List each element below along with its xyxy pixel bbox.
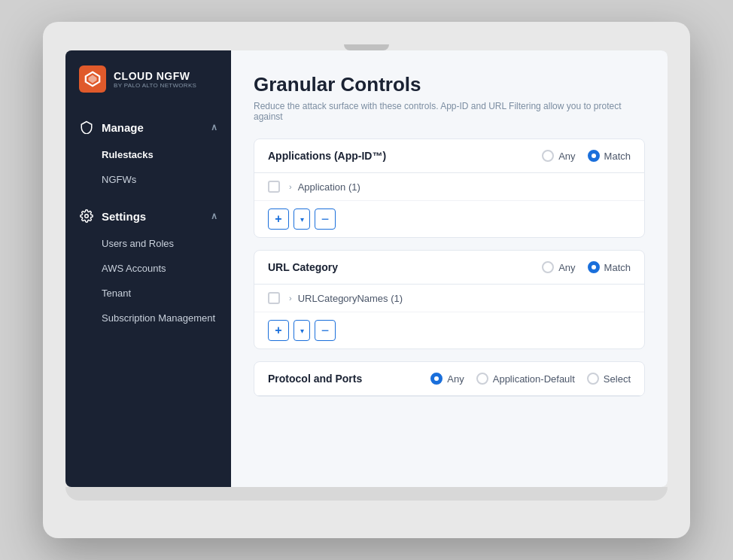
url-category-row-text: URLCategoryNames (1) bbox=[298, 293, 403, 304]
url-category-radio-group: Any Match bbox=[542, 261, 631, 273]
protocol-select-radio[interactable]: Select bbox=[587, 373, 631, 385]
url-category-actions: + ▾ − bbox=[254, 312, 644, 348]
sidebar-item-users-and-roles[interactable]: Users and Roles bbox=[65, 231, 231, 256]
protocol-any-circle bbox=[430, 373, 443, 385]
applications-title: Applications (App-ID™) bbox=[268, 150, 386, 162]
applications-any-label: Any bbox=[558, 151, 575, 162]
sidebar-item-subscription[interactable]: Subscription Management bbox=[65, 306, 231, 330]
applications-card-header: Applications (App-ID™) Any Match bbox=[254, 139, 644, 173]
protocol-appdefault-radio[interactable]: Application-Default bbox=[476, 373, 575, 385]
protocol-ports-radio-group: Any Application-Default Select bbox=[430, 373, 631, 385]
sidebar-item-tenant[interactable]: Tenant bbox=[65, 281, 231, 306]
url-category-card-header: URL Category Any Match bbox=[254, 251, 644, 285]
url-any-radio[interactable]: Any bbox=[542, 261, 575, 273]
applications-match-radio[interactable]: Match bbox=[588, 150, 631, 162]
applications-card: Applications (App-ID™) Any Match bbox=[254, 138, 645, 238]
sidebar-item-rulestacks[interactable]: Rulestacks bbox=[65, 142, 231, 167]
settings-chevron: ∧ bbox=[211, 211, 217, 221]
applications-any-circle bbox=[542, 150, 554, 162]
url-any-label: Any bbox=[558, 262, 575, 273]
url-dropdown-button[interactable]: ▾ bbox=[294, 320, 310, 341]
url-category-row: › URLCategoryNames (1) bbox=[254, 285, 644, 312]
applications-add-button[interactable]: + bbox=[268, 208, 289, 230]
manage-chevron: ∧ bbox=[211, 122, 217, 132]
protocol-any-label: Any bbox=[447, 373, 464, 385]
settings-label: Settings bbox=[102, 210, 146, 223]
sidebar-item-aws-accounts[interactable]: AWS Accounts bbox=[65, 256, 231, 281]
page-title: Granular Controls bbox=[254, 73, 645, 96]
url-remove-button[interactable]: − bbox=[315, 320, 336, 341]
shield-icon bbox=[79, 120, 94, 135]
manage-nav-item[interactable]: Manage ∧ bbox=[65, 112, 231, 142]
applications-expand-icon: › bbox=[289, 182, 292, 191]
protocol-select-circle bbox=[587, 373, 599, 385]
logo-area: CLOUD NGFW BY PALO ALTO NETWORKS bbox=[65, 50, 231, 108]
logo-sub: BY PALO ALTO NETWORKS bbox=[114, 82, 196, 89]
protocol-appdefault-circle bbox=[476, 373, 488, 385]
logo-icon bbox=[79, 65, 106, 93]
settings-section: Settings ∧ Users and Roles AWS Accounts … bbox=[65, 196, 231, 335]
manage-label: Manage bbox=[102, 121, 144, 134]
protocol-ports-title: Protocol and Ports bbox=[268, 373, 362, 385]
applications-remove-button[interactable]: − bbox=[315, 208, 336, 230]
protocol-ports-card: Protocol and Ports Any Application-Defau… bbox=[254, 361, 645, 397]
applications-row: › Application (1) bbox=[254, 173, 644, 201]
protocol-appdefault-label: Application-Default bbox=[493, 373, 575, 385]
applications-match-label: Match bbox=[604, 151, 631, 162]
svg-point-2 bbox=[85, 215, 89, 218]
protocol-select-label: Select bbox=[604, 373, 631, 385]
protocol-ports-header: Protocol and Ports Any Application-Defau… bbox=[254, 362, 644, 396]
settings-nav-item[interactable]: Settings ∧ bbox=[65, 201, 231, 231]
svg-marker-1 bbox=[89, 75, 97, 84]
manage-section: Manage ∧ Rulestacks NGFWs bbox=[65, 108, 231, 196]
url-any-circle bbox=[542, 261, 554, 273]
gear-icon bbox=[79, 208, 94, 224]
url-category-expand-icon: › bbox=[289, 294, 292, 303]
url-match-radio[interactable]: Match bbox=[588, 261, 631, 273]
protocol-any-radio[interactable]: Any bbox=[430, 373, 464, 385]
url-category-checkbox[interactable] bbox=[268, 292, 280, 304]
logo-text: CLOUD NGFW BY PALO ALTO NETWORKS bbox=[114, 70, 196, 89]
url-match-label: Match bbox=[604, 262, 631, 273]
applications-checkbox[interactable] bbox=[268, 181, 280, 193]
url-add-button[interactable]: + bbox=[268, 320, 289, 341]
sidebar-item-ngfws[interactable]: NGFWs bbox=[65, 167, 231, 192]
applications-row-text: Application (1) bbox=[298, 181, 360, 193]
logo-name: CLOUD NGFW bbox=[114, 70, 196, 82]
main-content: Granular Controls Reduce the attack surf… bbox=[231, 50, 668, 487]
applications-match-circle bbox=[588, 150, 600, 162]
applications-any-radio[interactable]: Any bbox=[542, 150, 575, 162]
applications-actions: + ▾ − bbox=[254, 201, 644, 237]
url-category-title: URL Category bbox=[268, 261, 338, 273]
url-category-card: URL Category Any Match › bbox=[254, 250, 645, 349]
url-match-circle bbox=[588, 261, 600, 273]
sidebar: CLOUD NGFW BY PALO ALTO NETWORKS Manage bbox=[65, 50, 231, 487]
applications-dropdown-button[interactable]: ▾ bbox=[294, 208, 310, 230]
applications-radio-group: Any Match bbox=[542, 150, 631, 162]
page-subtitle: Reduce the attack surface with these con… bbox=[254, 101, 645, 122]
